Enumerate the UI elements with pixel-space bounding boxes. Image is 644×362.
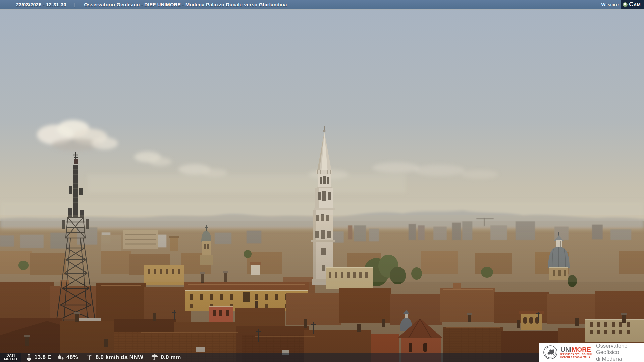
- university-line-1: UNIVERSITÀ DEGLI STUDI DI: [560, 353, 593, 356]
- meteo-line: METEO: [4, 357, 17, 361]
- unimore-brand-box: UNIMORE UNIVERSITÀ DEGLI STUDI DI MODENA…: [539, 343, 644, 362]
- unimore-wordmark: UNIMORE UNIVERSITÀ DEGLI STUDI DI MODENA…: [560, 346, 593, 358]
- timestamp: 23/03/2026 - 12:31:30: [16, 2, 66, 7]
- wind-metric: 8.0 km/h da NNW: [86, 354, 143, 361]
- umbrella-icon: [151, 354, 159, 361]
- camera-title: Osservatorio Geofisico - DIEF UNIMORE - …: [84, 2, 287, 7]
- cityscape-photo: [0, 0, 644, 362]
- temperature-value: 13.8 C: [34, 354, 52, 361]
- observatory-line-2: di Modena: [596, 356, 644, 362]
- anemometer-icon: [86, 354, 94, 361]
- humidity-metric: 48%: [57, 354, 78, 361]
- observatory-name: Osservatorio Geofisico di Modena: [596, 343, 644, 362]
- dati-meteo-label: DATI METEO: [0, 353, 21, 362]
- separator: |: [74, 2, 76, 7]
- unimore-more: MORE: [572, 346, 591, 353]
- globe-icon: [623, 2, 628, 7]
- university-line-2: MODENA E REGGIO EMILIA: [560, 356, 593, 359]
- unimore-seal: [543, 345, 558, 360]
- weathercam-cam-box: Cam: [621, 0, 644, 9]
- thermometer-icon: [25, 354, 32, 361]
- webcam-frame: 23/03/2026 - 12:31:30 | Osservatorio Geo…: [0, 0, 644, 362]
- humidity-value: 48%: [66, 354, 78, 361]
- water-drops-icon: [57, 354, 64, 361]
- rain-value: 0.0 mm: [161, 354, 181, 361]
- weathercam-weather-label: Weather: [601, 2, 619, 7]
- weathercam-cam-label: Cam: [629, 1, 641, 8]
- top-status-bar: 23/03/2026 - 12:31:30 | Osservatorio Geo…: [0, 0, 644, 10]
- unimore-uni: UNI: [560, 346, 572, 353]
- rain-metric: 0.0 mm: [151, 354, 181, 361]
- weathercam-logo[interactable]: Weather Cam: [601, 0, 644, 9]
- temperature-metric: 13.8 C: [25, 354, 52, 361]
- wind-value: 8.0 km/h da NNW: [96, 354, 143, 361]
- observatory-line-1: Osservatorio Geofisico: [596, 343, 644, 356]
